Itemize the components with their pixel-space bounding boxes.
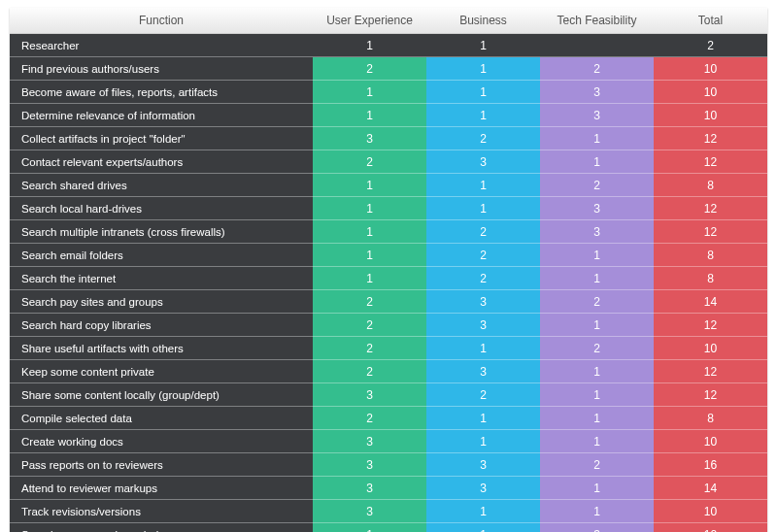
cell-fn: Search the internet — [10, 267, 313, 290]
table-row: Find previous authors/users21210 — [10, 57, 767, 81]
cell-ux: 2 — [313, 337, 426, 360]
cell-fn: Become aware of files, reports, artifact… — [10, 81, 313, 104]
cell-tot: 10 — [654, 337, 767, 360]
cell-ux: 3 — [313, 127, 426, 150]
cell-tf: 2 — [540, 337, 654, 360]
cell-ux: 2 — [313, 407, 426, 430]
cell-fn: Share useful artifacts with others — [10, 337, 313, 360]
cell-fn: Create working docs — [10, 430, 313, 453]
table-row: Search local hard-drives11312 — [10, 197, 767, 220]
cell-tot: 12 — [654, 314, 767, 337]
cell-biz: 3 — [426, 290, 540, 314]
cell-biz: 1 — [426, 337, 540, 360]
cell-tf: 1 — [540, 430, 654, 453]
cell-ux: 1 — [313, 197, 426, 220]
priority-table-wrap: Function User Experience Business Tech F… — [0, 0, 777, 532]
cell-ux: 3 — [313, 477, 426, 500]
cell-fn: Search email folders — [10, 244, 313, 267]
cell-tf: 2 — [540, 174, 654, 197]
cell-tot: 14 — [654, 477, 767, 500]
table-row: Contact relevant experts/authors23112 — [10, 150, 767, 174]
cell-ux: 2 — [313, 360, 426, 383]
cell-fn: Pass reports on to reviewers — [10, 453, 313, 477]
cell-tf: 1 — [540, 127, 654, 150]
priority-table: Function User Experience Business Tech F… — [10, 8, 767, 532]
col-function: Function — [10, 8, 313, 34]
cell-fn: Contact relevant experts/authors — [10, 150, 313, 174]
cell-tot: 12 — [654, 127, 767, 150]
cell-tot: 10 — [654, 523, 767, 532]
table-row: Track revisions/versions31110 — [10, 500, 767, 523]
table-row: Search multiple intranets (cross firewal… — [10, 220, 767, 244]
cell-tf: 1 — [540, 360, 654, 383]
cell-tot: 12 — [654, 220, 767, 244]
cell-ux: 1 — [313, 523, 426, 532]
table-row: Compile selected data2118 — [10, 407, 767, 430]
cell-ux: 2 — [313, 290, 426, 314]
cell-fn: Collect artifacts in project "folder" — [10, 127, 313, 150]
cell-biz: 2 — [426, 220, 540, 244]
cell-tf: 3 — [540, 220, 654, 244]
table-row: Create working docs31110 — [10, 430, 767, 453]
cell-ux: 3 — [313, 383, 426, 407]
cell-biz: 2 — [426, 383, 540, 407]
cell-fn: Search local hard-drives — [10, 197, 313, 220]
cell-fn: Search shared drives — [10, 174, 313, 197]
cell-tf: 3 — [540, 81, 654, 104]
col-user-experience: User Experience — [313, 8, 426, 34]
cell-tot: 10 — [654, 500, 767, 523]
cell-tot: 8 — [654, 267, 767, 290]
table-row: Researcher112 — [10, 34, 767, 57]
table-row: Search across org boundaries11310 — [10, 523, 767, 532]
cell-biz: 2 — [426, 244, 540, 267]
cell-fn: Find previous authors/users — [10, 57, 313, 81]
cell-tf: 2 — [540, 57, 654, 81]
cell-tot: 14 — [654, 290, 767, 314]
cell-fn: Compile selected data — [10, 407, 313, 430]
table-row: Determine relevance of information11310 — [10, 104, 767, 127]
cell-biz: 1 — [426, 407, 540, 430]
col-tech-feasibility: Tech Feasibility — [540, 8, 654, 34]
table-row: Share useful artifacts with others21210 — [10, 337, 767, 360]
cell-ux: 1 — [313, 34, 426, 57]
cell-ux: 3 — [313, 453, 426, 477]
cell-tf — [540, 34, 654, 57]
cell-tot: 10 — [654, 430, 767, 453]
cell-fn: Determine relevance of information — [10, 104, 313, 127]
cell-tot: 2 — [654, 34, 767, 57]
cell-tf: 1 — [540, 314, 654, 337]
cell-ux: 2 — [313, 57, 426, 81]
cell-tot: 16 — [654, 453, 767, 477]
cell-biz: 1 — [426, 34, 540, 57]
cell-ux: 3 — [313, 430, 426, 453]
cell-tot: 12 — [654, 197, 767, 220]
cell-biz: 1 — [426, 57, 540, 81]
cell-fn: Track revisions/versions — [10, 500, 313, 523]
cell-fn: Search hard copy libraries — [10, 314, 313, 337]
cell-ux: 3 — [313, 500, 426, 523]
cell-tot: 12 — [654, 383, 767, 407]
table-header: Function User Experience Business Tech F… — [10, 8, 767, 34]
cell-biz: 3 — [426, 453, 540, 477]
cell-tf: 2 — [540, 453, 654, 477]
cell-fn: Researcher — [10, 34, 313, 57]
table-row: Become aware of files, reports, artifact… — [10, 81, 767, 104]
cell-tot: 10 — [654, 104, 767, 127]
col-business: Business — [426, 8, 540, 34]
cell-tot: 8 — [654, 174, 767, 197]
cell-biz: 3 — [426, 360, 540, 383]
col-total: Total — [654, 8, 767, 34]
cell-fn: Share some content locally (group/dept) — [10, 383, 313, 407]
cell-tf: 1 — [540, 244, 654, 267]
table-row: Search the internet1218 — [10, 267, 767, 290]
cell-tot: 8 — [654, 244, 767, 267]
cell-biz: 2 — [426, 127, 540, 150]
cell-fn: Search pay sites and groups — [10, 290, 313, 314]
cell-fn: Keep some content private — [10, 360, 313, 383]
cell-ux: 1 — [313, 174, 426, 197]
cell-fn: Search across org boundaries — [10, 523, 313, 532]
table-row: Search hard copy libraries23112 — [10, 314, 767, 337]
cell-biz: 3 — [426, 150, 540, 174]
table-row: Share some content locally (group/dept)3… — [10, 383, 767, 407]
cell-ux: 1 — [313, 104, 426, 127]
